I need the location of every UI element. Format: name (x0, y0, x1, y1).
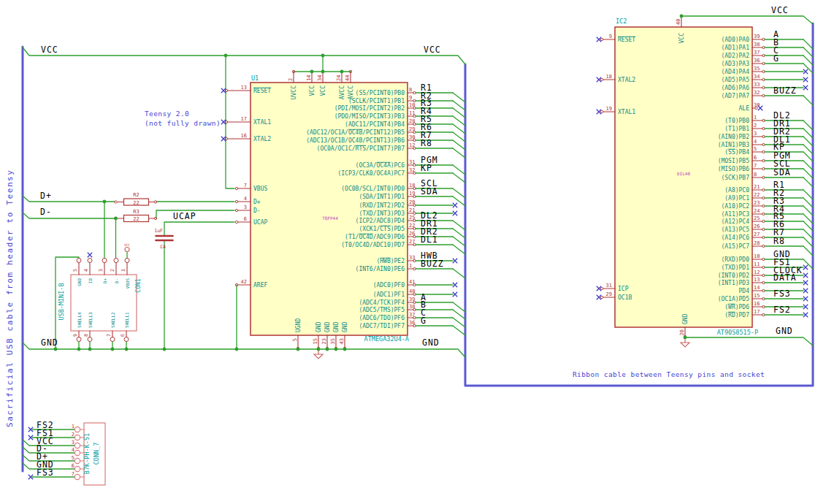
pin-name: (XCK1/CTS)PD5 (359, 226, 405, 232)
junction-dot (103, 200, 107, 204)
junction-dot (317, 348, 321, 351)
pin-end-circle (600, 110, 603, 112)
pin-name: (ADC11/PCINT4)PB4 (345, 121, 405, 128)
pin-number: 6 (72, 463, 74, 469)
pin-number: 40 (676, 19, 681, 25)
ic-reference: IC2 (616, 18, 627, 25)
pin-name: XTAL1 (618, 109, 635, 115)
pin-end-circle (600, 287, 603, 289)
pin-name: OC1B (618, 294, 632, 301)
bus-entry (453, 269, 465, 278)
ic-reference: U1 (251, 75, 259, 82)
no-connect-x (453, 203, 457, 207)
net-label-sda: SDA (773, 167, 791, 177)
usb-value: USB-MINI-B (58, 283, 65, 320)
bus-entry (453, 173, 465, 183)
net-label-vcc: VCC (771, 5, 789, 15)
pin-name: (AD6)PA6 (721, 85, 749, 91)
pin-number: 2 (288, 78, 294, 81)
capacitor-c4: 1uFC4 (154, 228, 172, 250)
pin-number: 36 (754, 58, 760, 64)
pin-number: 22 (409, 223, 415, 229)
connector-reference: CONN_7 (93, 443, 100, 465)
pin-number: 6 (244, 216, 247, 222)
wire (164, 222, 234, 235)
pin-name: (A13)PC5 (721, 226, 749, 233)
pin-name: (RD)PD7 (724, 312, 749, 318)
resistor-value: 22 (133, 216, 139, 222)
net-label-data: DATA (773, 272, 797, 283)
pin-number: 3 (244, 205, 247, 210)
pin-number: 8 (754, 172, 757, 177)
pin-name: (TXD/INT3)PD3 (359, 210, 405, 217)
bus-entry (803, 129, 813, 138)
net-label-g: G (421, 316, 427, 326)
net-label-gnd: GND (776, 326, 793, 336)
junction-dot (680, 15, 684, 18)
pin-number: 24 (754, 208, 760, 214)
pin-number: 13 (754, 277, 760, 283)
pin-number: 20 (409, 199, 415, 205)
junction-dot (310, 70, 314, 74)
junction-dot (114, 217, 118, 221)
header-connector: B7K-PH-K-S1CONN_7FS21FS12VCC3D-4D+5GND6F… (23, 420, 105, 486)
pin-number: 31 (409, 159, 415, 165)
no-connect-x (88, 253, 92, 257)
ic-value: AT90S8515-P (717, 329, 758, 336)
pin-number: 8 (83, 334, 89, 337)
pin-name: (INT1)PD3 (718, 280, 750, 286)
no-connect-x (453, 292, 457, 297)
pin-name: SHELL2 (110, 312, 115, 328)
pin-number: 32 (754, 90, 760, 96)
pin-name: (ICP2/ADC8)PD4 (356, 218, 405, 224)
pin-name: GND (342, 321, 348, 332)
pin-number: 14 (306, 75, 312, 81)
pin-name: (OC1A)PD5 (718, 296, 750, 302)
pin-name: (HWB)PE2 (376, 258, 405, 264)
pin-name: (A15)PC7 (721, 243, 749, 250)
junction-dot (321, 70, 325, 74)
bus-entry (453, 326, 465, 335)
vcc-flag-circle (125, 248, 129, 252)
pin-number: 16 (241, 133, 247, 139)
pin-number: 38 (754, 42, 760, 47)
pin-name: VCC (309, 85, 316, 96)
pin-name: VCC (320, 85, 326, 96)
bus-entry (803, 237, 813, 247)
pin-name: (ADC12/OC1A/OC4B/PCINT12)PB5 (306, 129, 405, 136)
net-label-kp: KP (421, 163, 432, 173)
bus-entry (803, 39, 813, 49)
pin-end-circle (74, 474, 80, 479)
pin-number: 35 (330, 338, 336, 344)
pin-number: 26 (409, 231, 415, 237)
ic-ic2: IC2AT90S8515-PDIL409RESET18XTAL219XTAL13… (597, 15, 813, 337)
vcc-flag: VCC (124, 243, 130, 252)
bus-entry (453, 229, 465, 238)
pin-number: 10 (409, 102, 415, 108)
junction-dot (125, 348, 129, 351)
pin-name: (PDI/MOSI/PCINT2)PB2 (334, 105, 405, 112)
pin-name: GND (333, 321, 340, 332)
pin-name: (MOSI)PB5 (718, 158, 750, 164)
net-label-gnd: GND (41, 337, 58, 348)
bus-entry (803, 177, 813, 187)
net-label-buzz: BUZZ (421, 259, 444, 269)
bus-entry (803, 121, 813, 130)
pin-name: VBUS (253, 186, 267, 192)
pin-number: 5 (72, 455, 74, 461)
pin-name: VCC (678, 33, 685, 44)
pin-name: (SCLK/PCINT1)PB1 (348, 98, 405, 104)
bus-entry (453, 310, 465, 319)
pin-number: 18 (606, 74, 612, 80)
bus-entry (803, 47, 813, 57)
pin-number: 21 (754, 184, 760, 190)
no-connect-x (803, 265, 808, 270)
pin-name: UCAP (253, 219, 267, 226)
pin-number: 19 (606, 106, 612, 112)
pin-name: (RXD)PD0 (721, 256, 749, 263)
net-label-r8: R8 (421, 138, 432, 148)
gnd-triangle (681, 343, 689, 347)
pin-number: 2 (754, 123, 757, 129)
pin-end-circle (74, 458, 80, 463)
pin-end-circle (102, 259, 107, 263)
